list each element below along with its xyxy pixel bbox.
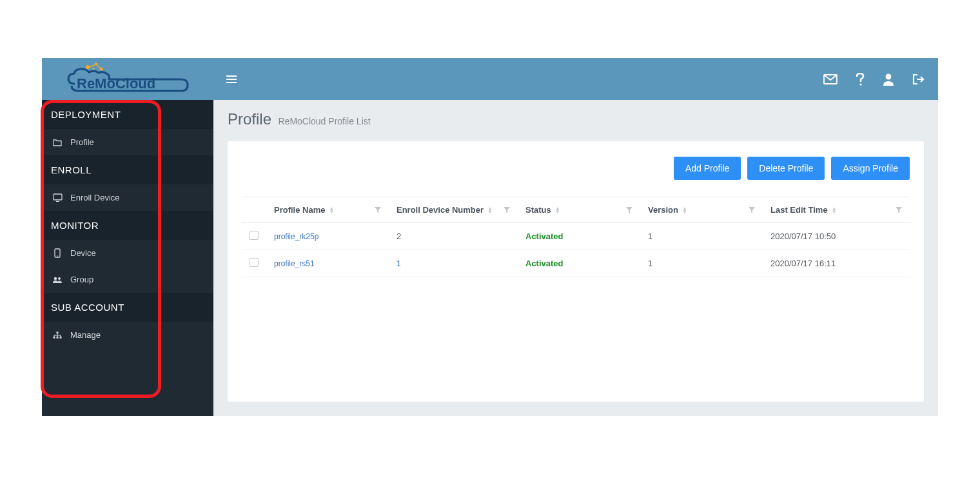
section-deployment: DEPLOYMENT <box>42 100 213 129</box>
sidebar-item-label: Device <box>70 248 96 258</box>
main-area: Profile ReMoCloud Profile List Add Profi… <box>213 58 938 416</box>
svg-line-4 <box>88 64 95 68</box>
svg-point-22 <box>886 74 892 79</box>
cell-status: Activated <box>518 250 640 277</box>
cell-profile-name[interactable]: profile_rs51 <box>266 250 389 277</box>
sidebar-item-label: Manage <box>70 330 101 340</box>
column-enroll-number[interactable]: Enroll Device Number ▲▼ <box>389 197 518 223</box>
sitemap-icon <box>52 331 63 339</box>
section-monitor: MONITOR <box>42 211 213 240</box>
filter-icon[interactable] <box>626 207 632 213</box>
sort-icon[interactable]: ▲▼ <box>682 207 687 213</box>
monitor-icon <box>52 193 63 202</box>
sidebar-toggle-button[interactable] <box>226 75 237 84</box>
svg-text:ReMoCloud: ReMoCloud <box>77 75 155 92</box>
column-checkbox <box>242 197 266 223</box>
cell-last-edit: 2020/07/17 16:11 <box>763 250 910 277</box>
svg-point-10 <box>57 255 58 257</box>
svg-point-11 <box>54 277 57 279</box>
sidebar-item-group[interactable]: Group <box>42 266 213 293</box>
topbar <box>213 58 938 100</box>
row-checkbox[interactable] <box>250 231 259 240</box>
filter-icon[interactable] <box>504 207 510 213</box>
sidebar-item-label: Profile <box>70 137 94 147</box>
svg-rect-7 <box>54 194 62 200</box>
sidebar-item-manage[interactable]: Manage <box>42 322 213 348</box>
column-last-edit[interactable]: Last Edit Time ▲▼ <box>763 197 910 223</box>
delete-profile-button[interactable]: Delete Profile <box>747 157 825 180</box>
add-profile-button[interactable]: Add Profile <box>674 157 741 180</box>
phone-icon <box>52 248 63 258</box>
cell-profile-name[interactable]: profile_rk25p <box>266 223 389 250</box>
mail-icon[interactable] <box>823 74 838 84</box>
column-label: Status <box>525 205 551 215</box>
sidebar-item-label: Group <box>70 275 93 284</box>
help-icon[interactable] <box>856 73 865 86</box>
cell-enroll-number: 2 <box>389 223 518 250</box>
sidebar: ReMoCloud DEPLOYMENT Profile ENROLL Enro… <box>42 58 213 416</box>
svg-line-5 <box>96 64 101 68</box>
column-status[interactable]: Status ▲▼ <box>518 197 640 223</box>
svg-rect-16 <box>60 337 62 338</box>
filter-icon[interactable] <box>896 207 902 213</box>
sidebar-item-profile[interactable]: Profile <box>42 129 213 155</box>
cell-enroll-number[interactable]: 1 <box>389 250 518 277</box>
column-label: Version <box>648 205 678 215</box>
column-label: Profile Name <box>274 205 325 215</box>
content-panel: Add Profile Delete Profile Assign Profil… <box>228 141 924 402</box>
svg-rect-13 <box>57 331 59 333</box>
svg-point-21 <box>859 83 861 85</box>
folder-icon <box>52 139 63 146</box>
filter-icon[interactable] <box>749 207 755 213</box>
page-header: Profile ReMoCloud Profile List <box>213 100 938 135</box>
cell-version: 1 <box>640 223 763 250</box>
section-sub-account: SUB ACCOUNT <box>42 293 213 322</box>
page-subtitle: ReMoCloud Profile List <box>278 116 370 126</box>
sidebar-item-enroll-device[interactable]: Enroll Device <box>42 184 213 211</box>
table-row: profile_rs51 1 Activated 1 2020/07/17 16… <box>242 250 910 277</box>
row-checkbox[interactable] <box>250 258 259 267</box>
sidebar-nav: DEPLOYMENT Profile ENROLL Enroll Device … <box>42 100 213 416</box>
svg-point-12 <box>58 277 61 280</box>
cell-version: 1 <box>640 250 763 277</box>
assign-profile-button[interactable]: Assign Profile <box>831 157 910 180</box>
sort-icon[interactable]: ▲▼ <box>555 207 560 213</box>
section-enroll: ENROLL <box>42 155 213 184</box>
sort-icon[interactable]: ▲▼ <box>487 207 493 213</box>
users-icon <box>52 276 63 284</box>
logout-icon[interactable] <box>912 74 925 85</box>
column-label: Enroll Device Number <box>397 205 484 215</box>
svg-rect-15 <box>57 337 59 338</box>
cell-status: Activated <box>518 223 640 250</box>
svg-point-3 <box>92 68 94 70</box>
page-title: Profile <box>228 110 271 128</box>
logo-area: ReMoCloud <box>42 58 213 100</box>
table-row: profile_rk25p 2 Activated 1 2020/07/17 1… <box>242 223 910 250</box>
column-version[interactable]: Version ▲▼ <box>640 197 763 223</box>
column-profile-name[interactable]: Profile Name ▲▼ <box>266 197 389 223</box>
column-label: Last Edit Time <box>770 205 828 215</box>
cell-last-edit: 2020/07/17 10:50 <box>763 223 910 250</box>
svg-rect-14 <box>54 337 55 338</box>
sort-icon[interactable]: ▲▼ <box>329 207 334 213</box>
filter-icon[interactable] <box>375 207 381 213</box>
brand-logo: ReMoCloud <box>65 61 191 97</box>
sort-icon[interactable]: ▲▼ <box>832 207 837 213</box>
profile-table: Profile Name ▲▼ Enrol <box>242 197 910 277</box>
sidebar-item-device[interactable]: Device <box>42 240 213 266</box>
user-icon[interactable] <box>883 73 894 86</box>
action-buttons: Add Profile Delete Profile Assign Profil… <box>242 157 910 180</box>
sidebar-item-label: Enroll Device <box>70 193 120 202</box>
